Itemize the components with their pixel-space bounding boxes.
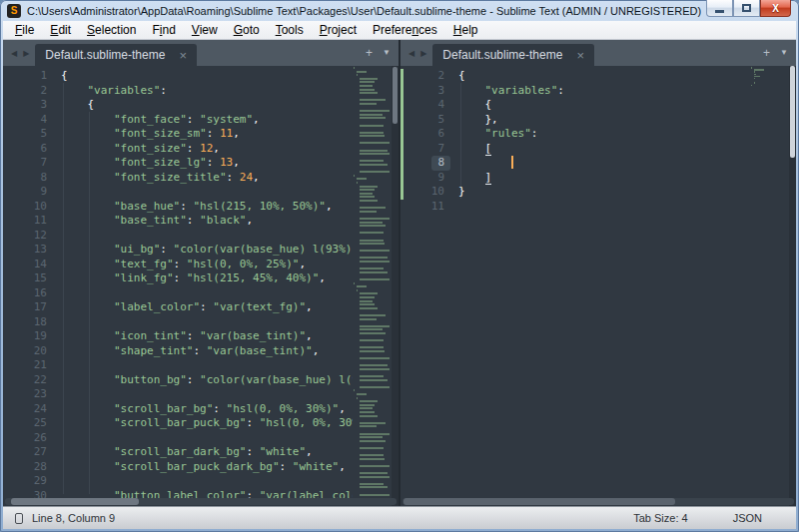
line-number[interactable]: 7 <box>400 142 444 157</box>
menu-item-goto[interactable]: Goto <box>226 22 268 38</box>
line-number[interactable]: 10 <box>3 200 47 215</box>
tab-default-sublime-theme[interactable]: Default.sublime-theme × <box>35 44 197 66</box>
line-number[interactable]: 21 <box>3 358 47 373</box>
scrollbar-thumb[interactable] <box>393 67 398 124</box>
code-line[interactable]: "scroll_bar_dark_bg": "white", <box>61 445 353 460</box>
code-line[interactable]: "scroll_bar_puck_bg": "hsl(0, 0%, 30% <box>61 416 353 431</box>
code-line[interactable]: "shape_tint": "var(base_tint)", <box>61 344 353 359</box>
code-line[interactable]: "rules": <box>458 127 750 142</box>
menu-item-file[interactable]: File <box>7 22 42 38</box>
vertical-scrollbar[interactable] <box>789 66 796 506</box>
tab-scroll-right-icon[interactable]: ▶ <box>420 49 426 58</box>
code-line[interactable] <box>458 200 750 215</box>
title-bar[interactable]: S C:\Users\Administrator\AppData\Roaming… <box>0 0 799 21</box>
menu-item-tools[interactable]: Tools <box>268 22 312 38</box>
line-number[interactable]: 6 <box>3 142 47 157</box>
menu-item-edit[interactable]: Edit <box>42 22 79 38</box>
code-line[interactable] <box>61 358 353 373</box>
code-line[interactable]: "font_size_title": 24, <box>61 171 353 186</box>
scrollbar-thumb[interactable] <box>403 498 675 505</box>
editor-view[interactable]: 1234567891011121314151617181920212223242… <box>3 66 399 506</box>
code-line[interactable]: "font_face": "system", <box>61 113 353 128</box>
line-number[interactable]: 23 <box>3 387 47 402</box>
code-line[interactable]: "text_fg": "hsl(0, 0%, 25%)", <box>61 258 353 272</box>
line-number[interactable]: 25 <box>3 416 47 431</box>
menu-item-selection[interactable]: Selection <box>79 22 144 38</box>
code-area[interactable]: { "variables": { "font_face": "system", … <box>61 69 353 506</box>
line-number[interactable]: 12 <box>3 229 47 244</box>
menu-item-help[interactable]: Help <box>445 22 486 38</box>
code-area[interactable]: { "variables": { }, "rules": [ ]} <box>458 69 750 506</box>
line-number[interactable]: 13 <box>3 243 47 258</box>
code-line[interactable]: "ui_bg": "color(var(base_hue) l(93%)) <box>61 243 353 258</box>
code-line[interactable]: "scroll_bar_bg": "hsl(0, 0%, 30%)", <box>61 402 353 417</box>
code-line[interactable]: ] <box>458 171 750 186</box>
cursor-position-status[interactable]: Line 8, Column 9 <box>32 512 115 524</box>
code-line[interactable]: "font_size_lg": 13, <box>61 156 353 171</box>
scrollbar-thumb[interactable] <box>11 498 139 505</box>
line-number[interactable]: 2 <box>3 84 47 99</box>
line-number[interactable]: 3 <box>3 98 47 113</box>
code-line[interactable]: "label_color": "var(text_fg)", <box>61 300 353 315</box>
line-number[interactable]: 14 <box>3 258 47 272</box>
tab-close-icon[interactable]: × <box>576 49 584 62</box>
line-number[interactable]: 17 <box>3 300 47 315</box>
horizontal-scrollbar[interactable] <box>5 498 397 505</box>
line-number[interactable]: 11 <box>400 200 444 215</box>
line-number[interactable]: 8 <box>3 171 47 186</box>
code-line[interactable] <box>61 229 353 244</box>
line-number[interactable]: 5 <box>400 113 444 128</box>
line-number[interactable]: 11 <box>3 214 47 229</box>
line-number[interactable]: 3 <box>400 84 444 99</box>
code-line[interactable]: "scroll_bar_puck_dark_bg": "white", <box>61 460 353 475</box>
minimap[interactable] <box>751 67 789 506</box>
scrollbar-thumb[interactable] <box>790 66 795 158</box>
line-number[interactable]: 5 <box>3 127 47 142</box>
tab-scroll-right-icon[interactable]: ▶ <box>23 49 29 58</box>
line-number[interactable]: 7 <box>3 156 47 171</box>
line-number[interactable]: 15 <box>3 271 47 286</box>
code-line[interactable]: "variables": <box>61 84 353 99</box>
code-line[interactable]: "link_fg": "hsl(215, 45%, 40%)", <box>61 271 353 286</box>
code-line[interactable]: "font_size_sm": 11, <box>61 127 353 142</box>
new-tab-button[interactable]: + <box>366 47 373 59</box>
line-number[interactable]: 9 <box>400 171 444 186</box>
minimize-button[interactable] <box>706 0 733 17</box>
line-number[interactable]: 29 <box>3 474 47 489</box>
code-line[interactable]: [ <box>458 142 750 157</box>
code-line[interactable]: "base_tint": "black", <box>61 214 353 229</box>
line-number[interactable]: 18 <box>3 315 47 330</box>
code-line[interactable] <box>61 431 353 446</box>
tab-scroll-left-icon[interactable]: ◀ <box>11 49 17 58</box>
line-number[interactable]: 4 <box>400 98 444 113</box>
line-number[interactable]: 24 <box>3 402 47 417</box>
menu-item-find[interactable]: Find <box>144 22 183 38</box>
tab-overflow-menu-icon[interactable]: ▼ <box>780 49 788 57</box>
line-number[interactable]: 19 <box>3 329 47 344</box>
tab-close-icon[interactable]: × <box>179 49 187 62</box>
code-line[interactable] <box>458 156 750 171</box>
vertical-scrollbar[interactable] <box>392 66 399 506</box>
code-line[interactable] <box>61 387 353 402</box>
line-number[interactable]: 26 <box>3 431 47 446</box>
code-line[interactable]: { <box>458 69 750 84</box>
close-button[interactable]: X <box>760 0 791 17</box>
code-line[interactable]: { <box>458 98 750 113</box>
new-tab-button[interactable]: + <box>763 47 770 59</box>
line-number[interactable]: 27 <box>3 445 47 460</box>
editor-view[interactable]: 234567891011 { "variables": { }, "rules"… <box>400 66 796 506</box>
tab-default-sublime-theme[interactable]: Default.sublime-theme × <box>432 44 594 66</box>
line-number[interactable]: 20 <box>3 344 47 359</box>
code-line[interactable]: { <box>61 98 353 113</box>
line-number[interactable]: 1 <box>3 69 47 84</box>
horizontal-scrollbar[interactable] <box>402 498 794 505</box>
code-line[interactable]: } <box>458 185 750 200</box>
line-number[interactable]: 10 <box>400 185 444 200</box>
code-line[interactable]: }, <box>458 113 750 128</box>
menu-item-preferences[interactable]: Preferences <box>365 22 445 38</box>
code-line[interactable]: { <box>61 69 353 84</box>
maximize-button[interactable] <box>733 0 760 17</box>
line-number[interactable]: 9 <box>3 185 47 200</box>
code-line[interactable]: "variables": <box>458 84 750 99</box>
tab-overflow-menu-icon[interactable]: ▼ <box>383 49 391 57</box>
